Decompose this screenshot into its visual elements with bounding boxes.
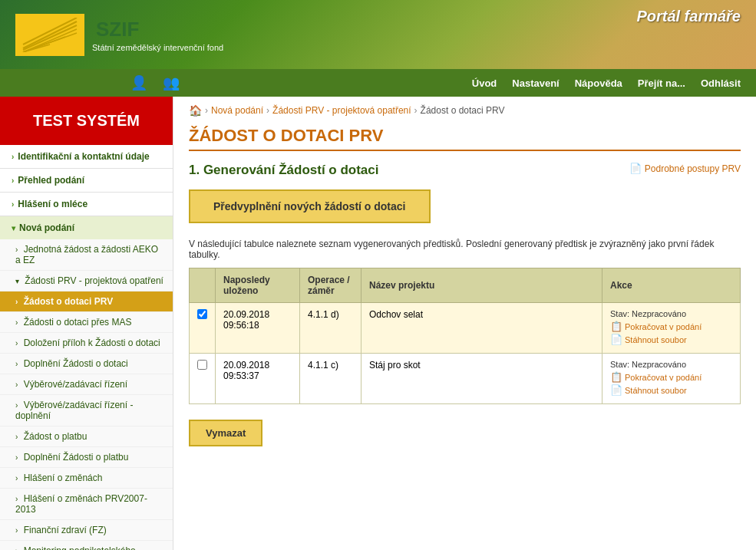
col-header-operace: Operace / záměr (300, 268, 361, 303)
col-header-akce: Akce (602, 268, 741, 303)
sidebar-label-identifikacni: Identifikační a kontaktní údaje (18, 151, 149, 162)
sidebar-subitem-zadost-dotaci-prv[interactable]: › Žádost o dotaci PRV (0, 291, 173, 312)
logo-subtitle: Státní zemědělský intervenční fond (92, 43, 223, 52)
sidebar-subitem-financni[interactable]: › Finanční zdraví (FZ) (0, 520, 173, 541)
arrow-icon: ▾ (12, 224, 15, 232)
row1-stahnout-label: Stáhnout soubor (625, 335, 687, 344)
row2-stahnout-link[interactable]: 📄 Stáhnout soubor (610, 384, 732, 396)
row2-time: 09:53:37 (223, 371, 259, 381)
nav-link-napoveda[interactable]: Nápověda (575, 77, 622, 89)
row1-time: 09:56:18 (223, 320, 259, 331)
row1-date: 20.09.2018 (223, 309, 269, 320)
logo-szif-text: SZIF (96, 18, 139, 41)
btn-vymazat[interactable]: Vymazat (189, 420, 262, 446)
nav-link-odhlasit[interactable]: Odhlásit (701, 77, 741, 89)
sidebar-subitem-vyberove[interactable]: › Výběrové/zadávací řízení (0, 374, 173, 395)
arrow-icon: › (12, 176, 14, 185)
row1-stav: Stav: Nezpracováno (610, 309, 732, 318)
row2-akce-cell: Stav: Nezpracováno 📋 Pokračovat v podání… (602, 354, 741, 404)
nav-link-uvod[interactable]: Úvod (472, 77, 497, 89)
row1-operace: 4.1.1 d) (308, 309, 339, 320)
sidebar-label-prehled: Přehled podání (18, 175, 84, 186)
row2-checkbox[interactable] (197, 360, 207, 370)
sub-arrow-icon: › (15, 433, 18, 441)
sidebar-subitem-hlaseni-zmenach-label: Hlášení o změnách (24, 473, 103, 483)
breadcrumb-nova-podani[interactable]: Nová podání (211, 105, 263, 116)
sidebar-subitem-dolozeni[interactable]: › Doložení příloh k Žádosti o dotaci (0, 333, 173, 354)
podrobne-postupy-link[interactable]: 📄 Podrobné postupy PRV (629, 163, 741, 174)
sidebar-subitem-zadost-platbu-label: Žádost o platbu (24, 431, 87, 442)
nav-person-icon[interactable]: 👤 (130, 74, 147, 91)
sidebar-subitem-monitoring[interactable]: › Monitoring podnikatelského plánu/proje… (0, 541, 173, 550)
sidebar-item-hlaseni-mlece[interactable]: › Hlášení o mléce (0, 193, 173, 216)
nav-link-nastaveni[interactable]: Nastavení (512, 77, 559, 89)
row1-operace-cell: 4.1.1 d) (300, 303, 361, 354)
sub-arrow-icon: › (15, 245, 18, 254)
row1-pokracovat-label: Pokračovat v podání (625, 322, 702, 331)
doc-icon: 📋 (610, 321, 622, 332)
row1-checkbox[interactable] (197, 309, 207, 319)
btn-predvyplneni[interactable]: Předvyplnění nových žádostí o dotaci (189, 189, 431, 223)
sidebar-subitem-jednotna[interactable]: › Jednotná žádost a žádosti AEKO a EZ (0, 239, 173, 271)
nav-group-icon[interactable]: 👥 (163, 74, 180, 91)
content-area: 🏠 › Nová podání › Žádosti PRV - projekto… (173, 97, 756, 550)
breadcrumb-sep: › (266, 105, 269, 116)
col-header-nazev: Název projektu (361, 268, 602, 303)
table-row: 20.09.2018 09:56:18 4.1.1 d) Odchov sela… (190, 303, 741, 354)
sub-arrow-icon: › (15, 339, 18, 347)
sidebar-item-prehled[interactable]: › Přehled podání (0, 169, 173, 193)
row2-stahnout-label: Stáhnout soubor (625, 386, 687, 395)
sidebar-subitem-mas-label: Žádosti o dotaci přes MAS (24, 317, 132, 328)
sidebar-subitem-financni-label: Finanční zdraví (FZ) (24, 525, 107, 535)
sub-arrow-icon: › (15, 453, 18, 462)
sidebar-subitem-vyberove-label: Výběrové/zadávací řízení (24, 379, 127, 390)
sidebar-subitem-vyberove-doplneni[interactable]: › Výběrové/zadávací řízení - doplnění (0, 395, 173, 426)
table-header-row: Naposledy uloženo Operace / záměr Název … (190, 268, 741, 303)
col-header-naposledy: Naposledy uloženo (216, 268, 300, 303)
data-table: Naposledy uloženo Operace / záměr Název … (189, 268, 741, 404)
sidebar: TEST SYSTÉM › Identifikační a kontaktní … (0, 97, 173, 550)
row2-date: 20.09.2018 (223, 360, 269, 371)
navbar-links: Úvod Nastavení Nápověda Přejít na... Odh… (472, 77, 741, 89)
sidebar-subitem-vyberove-doplneni-label: Výběrové/zadávací řízení - doplnění (15, 400, 133, 421)
page-title: ŽÁDOST O DOTACI PRV (189, 126, 741, 151)
sub-arrow-icon: › (15, 495, 18, 503)
row1-pokracovat-link[interactable]: 📋 Pokračovat v podání (610, 321, 732, 332)
nav-link-prejit[interactable]: Přejít na... (638, 77, 685, 89)
sidebar-submenu-nova-podani: › Jednotná žádost a žádosti AEKO a EZ ▾ … (0, 239, 173, 550)
sub-arrow-icon: › (15, 547, 18, 550)
row2-operace-cell: 4.1.1 c) (300, 354, 361, 404)
row2-date-cell: 20.09.2018 09:53:37 (216, 354, 300, 404)
sidebar-item-nova-podani[interactable]: ▾ Nová podání › Jednotná žádost a žádost… (0, 216, 173, 550)
portal-farmare-title: Portál farmáře (636, 8, 741, 25)
breadcrumb-current: Žádost o dotaci PRV (421, 105, 505, 116)
sub-arrow-icon: › (15, 318, 18, 327)
sidebar-subitem-dolozeni-label: Doložení příloh k Žádosti o dotaci (24, 338, 160, 348)
sidebar-item-identifikacni[interactable]: › Identifikační a kontaktní údaje (0, 145, 173, 169)
breadcrumb: 🏠 › Nová podání › Žádosti PRV - projekto… (189, 104, 741, 117)
pdf-icon: 📄 (629, 163, 642, 174)
podrobne-link-label: Podrobné postupy PRV (645, 163, 741, 174)
sidebar-subitem-zadosti-prv-label: Žádosti PRV - projektová opatření (25, 275, 163, 286)
sidebar-subitem-jednotna-label: Jednotná žádost a žádosti AEKO a EZ (15, 244, 158, 265)
row1-stahnout-link[interactable]: 📄 Stáhnout soubor (610, 334, 732, 345)
row1-checkbox-cell (190, 303, 216, 354)
sidebar-subitem-hlaseni-zmenach[interactable]: › Hlášení o změnách (0, 468, 173, 489)
header: SZIF Státní zemědělský intervenční fond … (0, 0, 756, 69)
breadcrumb-zadosti-prv[interactable]: Žádosti PRV - projektová opatření (272, 105, 411, 116)
breadcrumb-sep: › (414, 105, 418, 116)
sidebar-subitem-zadost-platbu[interactable]: › Žádost o platbu (0, 426, 173, 447)
sidebar-subitem-doplneni[interactable]: › Doplnění Žádosti o dotaci (0, 354, 173, 374)
sidebar-subitem-hlaseni-prv2007[interactable]: › Hlášení o změnách PRV2007-2013 (0, 489, 173, 520)
sidebar-subitem-zadosti-prv[interactable]: ▾ Žádosti PRV - projektová opatření (0, 271, 173, 291)
row1-akce-cell: Stav: Nezpracováno 📋 Pokračovat v podání… (602, 303, 741, 354)
row2-pokracovat-link[interactable]: 📋 Pokračovat v podání (610, 371, 732, 383)
sidebar-subitem-hlaseni-prv2007-label: Hlášení o změnách PRV2007-2013 (15, 493, 147, 515)
col-header-checkbox (190, 268, 216, 303)
sub-arrow-icon: › (15, 380, 18, 389)
sidebar-subitem-zadosti-mas[interactable]: › Žádosti o dotaci přes MAS (0, 312, 173, 333)
row1-date-cell: 20.09.2018 09:56:18 (216, 303, 300, 354)
table-row: 20.09.2018 09:53:37 4.1.1 c) Stáj pro sk… (190, 354, 741, 404)
sidebar-subitem-doplneni-platbu[interactable]: › Doplnění Žádosti o platbu (0, 447, 173, 468)
row2-checkbox-cell (190, 354, 216, 404)
